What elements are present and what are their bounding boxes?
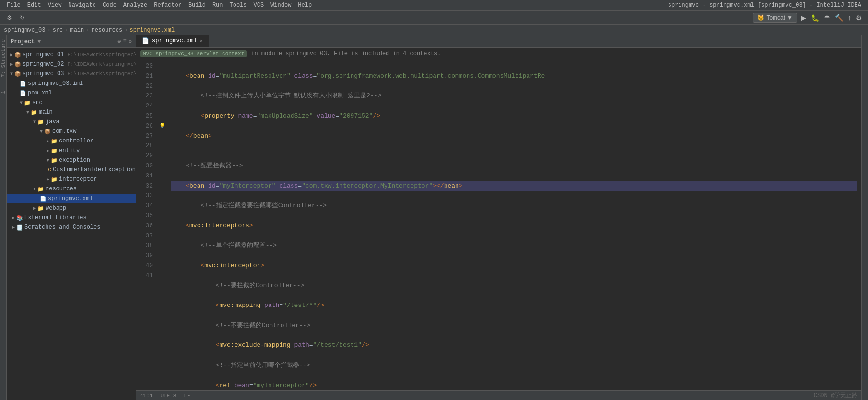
line-separator[interactable]: LF [184, 393, 190, 399]
tree-label-java: java [46, 118, 59, 125]
tree-item-springmvc03[interactable]: ▼ 📦 springmvc_03 F:\IDEAWork\springmvc\s… [7, 69, 136, 79]
tree-item-springmvcxml[interactable]: 📄 springmvc.xml [7, 194, 136, 203]
tree-item-pom[interactable]: 📄 pom.xml [7, 88, 136, 98]
code-container[interactable]: 20 21 22 23 24 25 26 27 28 29 30 31 32 3… [136, 59, 861, 390]
code-line-20: <bean id="multipartResolver" class="org.… [171, 71, 857, 82]
build-button[interactable]: 🔨 [833, 13, 845, 23]
tree-label-comtxw: com.txw [52, 128, 76, 135]
menu-help[interactable]: Help [295, 2, 315, 9]
run-with-coverage[interactable]: ☂ [822, 13, 832, 23]
tomcat-label: Tomcat [766, 14, 785, 21]
tree-item-resources[interactable]: ▼ 📁 resources [7, 184, 136, 194]
tree-item-interceptor[interactable]: ▶ 📁 interceptor [7, 175, 136, 184]
project-folder-icon2: 📦 [14, 61, 21, 68]
status-text: 41:1 [140, 393, 152, 399]
settings-icon[interactable]: ⚙ [854, 13, 864, 23]
structure-panel [861, 35, 868, 400]
left-tab-strip: 7: Structure 1 [0, 35, 7, 400]
code-line-26: <bean id="myInterceptor" class="com.txw.… [171, 181, 857, 191]
tree-item-entity[interactable]: ▶ 📁 entity [7, 146, 136, 155]
menu-vcs[interactable]: VCS [251, 2, 267, 9]
breadcrumb-main[interactable]: main [70, 27, 84, 34]
tab-springmvcxml[interactable]: 📄 springmvc.xml ✕ [136, 35, 209, 47]
tree-item-springmvc01[interactable]: ▶ 📦 springmvc_01 F:\IDEAWork\springmvc\s… [7, 50, 136, 59]
menu-file[interactable]: File [4, 2, 23, 9]
code-editor[interactable]: <bean id="multipartResolver" class="org.… [167, 59, 861, 390]
menu-analyze[interactable]: Analyze [120, 2, 150, 9]
tab-xml-icon: 📄 [142, 37, 149, 45]
tree-item-customerhandler[interactable]: C CustomerHanlderException [7, 165, 136, 175]
panel-header-cog: ▼ [37, 39, 41, 45]
breadcrumb-sep3: › [86, 27, 89, 34]
tree-label: springmvc_02 [23, 61, 64, 68]
locate-icon[interactable]: ⊕ [117, 38, 121, 45]
extlibs-arrow: ▶ [12, 215, 15, 221]
watermark: CSDN @学无止路 [814, 391, 857, 400]
menu-edit[interactable]: Edit [24, 2, 44, 9]
code-line-33: <!--不要拦截的Controller--> [171, 321, 857, 331]
menu-build[interactable]: Build [186, 2, 209, 9]
context-bar: MVC springmvc_03 servlet context in modu… [136, 48, 861, 59]
breadcrumb-sep1: › [47, 27, 50, 34]
menu-refactor[interactable]: Refactor [151, 2, 185, 9]
tree-item-controller[interactable]: ▶ 📁 controller [7, 136, 136, 146]
tomcat-run-config[interactable]: 🐱 Tomcat ▼ [753, 13, 797, 23]
tab-close-icon[interactable]: ✕ [200, 38, 203, 44]
menu-navigate[interactable]: Navigate [65, 2, 99, 9]
gear-icon[interactable]: ⚙ [129, 38, 132, 45]
java-arrow: ▼ [33, 119, 36, 125]
tree-item-scratches[interactable]: ▶ 🗒️ Scratches and Consoles [7, 223, 136, 232]
menu-run[interactable]: Run [210, 2, 226, 9]
toolbar-settings[interactable]: ⚙ [4, 13, 15, 22]
toolbar-sync[interactable]: ↻ [17, 13, 27, 22]
warning-bulb[interactable]: 💡 [159, 122, 165, 130]
tree-label: springmvc_01 [23, 51, 64, 58]
breadcrumb-resources[interactable]: resources [91, 27, 122, 34]
src-folder-icon: 📁 [24, 100, 31, 106]
code-line-21: <!--控制文件上传大小单位字节 默认没有大小限制 这里是2--> [171, 91, 857, 101]
collapse-icon[interactable]: ≡ [123, 38, 127, 45]
menu-view[interactable]: View [45, 2, 65, 9]
tab-project-indicator[interactable]: 1 [0, 89, 7, 96]
tree-path2: F:\IDEAWork\springmvc\spring... [67, 61, 136, 67]
panel-header-icons: ⊕ ≡ ⚙ [117, 38, 132, 45]
tree-label-pom: pom.xml [28, 90, 52, 96]
breadcrumb-file[interactable]: springmvc.xml [129, 27, 175, 34]
tree-item-java[interactable]: ▼ 📁 java [7, 117, 136, 127]
tree-path3: F:\IDEAWork\springmvc\spring... [67, 71, 136, 77]
tree-item-main[interactable]: ▼ 📁 main [7, 107, 136, 117]
tree-item-extlibs[interactable]: ▶ 📚 External Libraries [7, 213, 136, 223]
code-line-32: <mvc:mapping path="/test/*"/> [171, 301, 857, 311]
run-button[interactable]: ▶ [799, 13, 808, 23]
menu-tools[interactable]: Tools [227, 2, 250, 9]
bottom-bar: 41:1 UTF-8 LF CSDN @学无止路 [136, 390, 861, 400]
update-button[interactable]: ↑ [846, 13, 853, 23]
code-line-29: <!--单个拦截器的配置--> [171, 241, 857, 251]
code-line-30: <mvc:interceptor> [171, 261, 857, 271]
tomcat-dropdown-icon: ▼ [787, 14, 793, 21]
breadcrumb-sep4: › [124, 27, 128, 34]
interceptor-icon: 📁 [51, 176, 58, 183]
tree-item-exception[interactable]: ▼ 📁 exception [7, 155, 136, 165]
tree-item-webapp[interactable]: ▶ 📁 webapp [7, 203, 136, 213]
panel-title: Project [11, 38, 35, 45]
springmvcxml-icon: 📄 [40, 196, 47, 202]
code-line-23: </bean> [171, 131, 857, 141]
menu-code[interactable]: Code [100, 2, 119, 9]
breadcrumb-project[interactable]: springmvc_03 [4, 27, 45, 34]
encoding[interactable]: UTF-8 [160, 393, 176, 399]
project-panel: Project ▼ ⊕ ≡ ⚙ ▶ 📦 springmvc_01 F:\IDEA… [7, 35, 136, 400]
tab-structure[interactable]: 7: Structure [0, 37, 7, 79]
tree-item-springmvc02[interactable]: ▶ 📦 springmvc_02 F:\IDEAWork\springmvc\s… [7, 59, 136, 69]
tree-item-src[interactable]: ▼ 📁 src [7, 98, 136, 107]
breadcrumb-src[interactable]: src [53, 27, 63, 34]
breadcrumb-sep2: › [65, 27, 68, 34]
resources-arrow: ▼ [33, 187, 36, 192]
tree-label-exception: exception [59, 157, 90, 164]
menu-window[interactable]: Window [268, 2, 294, 9]
tree-item-iml[interactable]: 📄 springmvc_03.iml [7, 79, 136, 88]
debug-button[interactable]: 🐛 [809, 13, 821, 23]
project-tree[interactable]: ▶ 📦 springmvc_01 F:\IDEAWork\springmvc\s… [7, 48, 136, 400]
tree-item-comtxw[interactable]: ▼ 📦 com.txw [7, 127, 136, 136]
tree-label-interceptor: interceptor [59, 176, 97, 183]
